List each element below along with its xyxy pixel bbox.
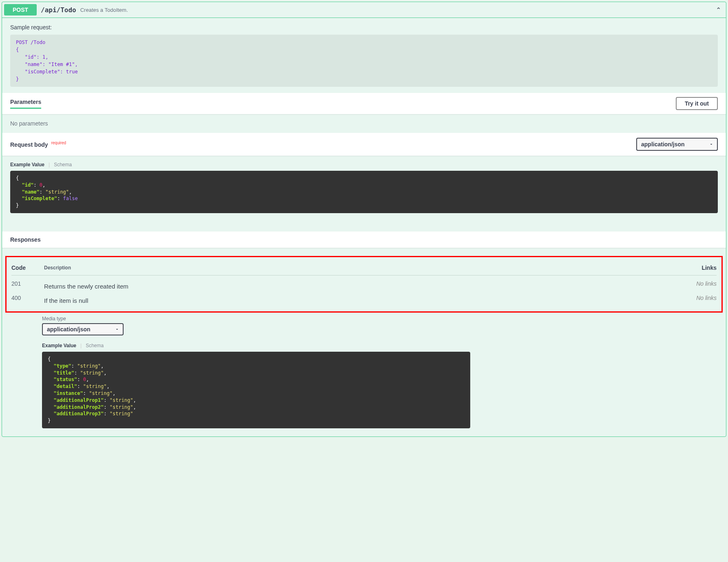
required-label: required xyxy=(51,141,66,145)
tab-example-value[interactable]: Example Value xyxy=(10,162,44,167)
col-code: Code xyxy=(11,264,44,275)
response-body-example: { "type": "string", "title": "string", "… xyxy=(42,352,470,428)
operation-summary[interactable]: POST /api/Todo Creates a TodoItem. ⌃ xyxy=(2,2,726,18)
responses-table-highlighted: Code Description Links 201Returns the ne… xyxy=(5,256,723,313)
request-body-header: Request body required application/json xyxy=(2,133,726,156)
sample-request-section: Sample request: POST /Todo { "id": 1, "n… xyxy=(2,18,726,93)
request-body-area: Example Value | Schema { "id": 0, "name"… xyxy=(2,156,726,219)
tab-separator: | xyxy=(49,162,50,167)
media-type-label: Media type xyxy=(42,316,718,322)
request-body-example[interactable]: { "id": 0, "name": "string", "isComplete… xyxy=(10,171,718,213)
operation-body: Sample request: POST /Todo { "id": 1, "n… xyxy=(2,18,726,436)
responses-header: Responses xyxy=(2,231,726,248)
parameters-tab[interactable]: Parameters xyxy=(10,99,41,109)
response-description: Returns the newly created item xyxy=(44,275,676,290)
response-links: No links xyxy=(676,275,717,290)
response-media-block: Media type application/json Example Valu… xyxy=(2,316,726,436)
operation-block: POST /api/Todo Creates a TodoItem. ⌃ Sam… xyxy=(2,2,726,437)
content-type-select[interactable]: application/json xyxy=(636,138,718,151)
no-parameters-text: No parameters xyxy=(2,114,726,133)
sample-request-label: Sample request: xyxy=(10,24,718,31)
response-code: 201 xyxy=(11,275,44,290)
responses-heading: Responses xyxy=(10,236,718,243)
tab-schema-resp[interactable]: Schema xyxy=(86,343,104,348)
sample-request-code: POST /Todo { "id": 1, "name": "Item #1",… xyxy=(10,35,718,87)
endpoint-description: Creates a TodoItem. xyxy=(80,7,716,13)
col-links: Links xyxy=(676,264,717,275)
request-body-heading: Request body xyxy=(10,141,48,148)
http-method-badge: POST xyxy=(4,4,37,15)
parameters-header: Parameters Try it out xyxy=(2,93,726,114)
endpoint-path: /api/Todo xyxy=(37,6,80,14)
chevron-up-icon: ⌃ xyxy=(716,6,724,14)
tab-example-value-resp[interactable]: Example Value xyxy=(42,343,76,348)
response-description: If the item is null xyxy=(44,290,676,304)
media-type-select[interactable]: application/json xyxy=(42,323,124,335)
table-row: 201Returns the newly created itemNo link… xyxy=(11,275,717,290)
response-links: No links xyxy=(676,290,717,304)
tab-separator: | xyxy=(80,343,82,348)
responses-table: Code Description Links 201Returns the ne… xyxy=(11,264,717,304)
tab-schema[interactable]: Schema xyxy=(54,162,72,167)
response-code: 400 xyxy=(11,290,44,304)
body-tabs: Example Value | Schema xyxy=(10,162,718,167)
col-description: Description xyxy=(44,264,676,275)
table-row: 400If the item is nullNo links xyxy=(11,290,717,304)
response-body-tabs: Example Value | Schema xyxy=(42,343,718,348)
try-it-out-button[interactable]: Try it out xyxy=(676,97,718,110)
